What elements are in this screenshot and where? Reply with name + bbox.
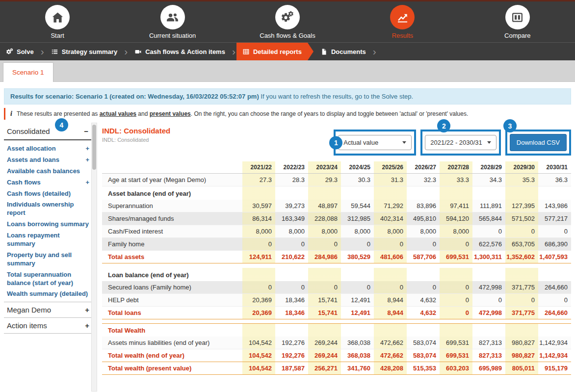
expand-icon[interactable]: + [85,156,89,164]
sidebar-item-wealth-summary-detailed[interactable]: Wealth summary (detailed) [4,288,91,300]
chevron-separator-icon: › [231,43,236,60]
nav-item-start[interactable]: Start [11,5,104,39]
sidebar-group-label: Megan Demo [7,306,51,314]
cell-2025-26: 428,208 [374,362,407,374]
nav-item-label: Current situation [149,32,196,39]
cell-2030-31: 1,142,934 [538,349,571,362]
sidebar-group-action-items[interactable]: Action items+ [4,317,91,334]
cell-2029-30: 571,502 [505,212,538,225]
report-sidebar: Consolidated − Asset allocation+Assets a… [4,123,91,334]
column-header-2024-25: 2024/25 [341,161,374,174]
cell-2026-27: 0 [407,238,440,251]
row-label: Total wealth (present value) [102,362,242,374]
sidebar-item-label: Loans repayment summary [7,232,89,248]
sidebar-item-total-superannuation-balance-start-of-year[interactable]: Total superannuation balance (start of y… [4,269,91,289]
crumb-solve[interactable]: Solve [0,43,40,60]
expand-icon[interactable]: + [85,321,89,330]
document-icon [320,48,328,55]
expand-icon[interactable]: + [85,179,89,187]
value-select[interactable]: Actual value [338,135,412,150]
cell-2028-29: 472,998 [472,281,505,294]
cell-2022-23 [275,268,308,281]
nav-item-current-situation[interactable]: Current situation [126,5,219,39]
cell-2026-27: 4,632 [407,306,440,319]
cell-2027-28 [440,323,472,337]
breadcrumb: Solve›Strategy summary›Cash flows & Acti… [0,42,575,60]
cell-2026-27: 515,353 [407,362,440,374]
cell-2025-26 [374,323,407,337]
expand-icon[interactable]: + [85,145,89,153]
annotation-circle-2: 2 [437,119,450,132]
sidebar-item-label: Assets and loans [7,156,59,164]
nav-item-compare[interactable]: Compare [471,5,564,39]
cell-2024-25: 341,760 [341,362,374,374]
row-label: Superannuation [102,200,242,212]
cell-2029-30: 371,775 [505,306,538,319]
sidebar-item-asset-allocation[interactable]: Asset allocation+ [4,143,91,155]
cell-2021-22 [242,268,275,281]
collapse-icon[interactable]: − [84,127,88,135]
sidebar-item-loans-borrowing-summary[interactable]: Loans borrowing summary [4,219,91,230]
sidebar-item-loans-repayment-summary[interactable]: Loans repayment summary [4,230,91,250]
spacer-cell [102,263,571,268]
cell-2029-30 [505,268,538,281]
row-label: HELP debt [102,293,242,306]
sidebar-item-label: Asset allocation [7,145,56,153]
cell-2029-30: 371,775 [505,281,538,294]
cell-2021-22: 20,369 [242,306,275,319]
main-body: Consolidated − Asset allocation+Assets a… [0,123,575,392]
cell-2023-24 [308,268,341,281]
chevron-separator-icon: › [40,43,45,60]
cell-2021-22 [242,186,275,200]
crumb-cash-flows-action-items[interactable]: Cash flows & Action items [129,43,231,60]
year-range-select[interactable]: 2021/22 - 2030/31 [425,135,497,150]
cell-2030-31 [538,323,571,337]
cell-2030-31: 264,660 [538,306,571,319]
nav-item-label: Results [392,32,413,39]
cell-2023-24: 29.3 [308,174,341,186]
sidebar-group-megan-demo[interactable]: Megan Demo+ [4,302,91,317]
annotation-circle-4: 4 [55,118,68,131]
crumb-detailed-reports[interactable]: Detailed reports [236,43,308,60]
sidebar-item-cash-flows-detailed[interactable]: Cash flows (detailed) [4,188,91,200]
expand-icon[interactable]: + [85,306,89,314]
columns-icon [505,5,530,29]
table-row-total-wealth-end-of-year: Total wealth (end of year)104,542192,276… [102,349,571,362]
nav-item-cash-flows-goals[interactable]: Cash flows & Goals [241,5,334,39]
scrollbar-thumb[interactable] [92,125,96,170]
cell-2029-30: 805,011 [505,362,538,374]
cell-2021-22: 104,542 [242,337,275,349]
cell-2027-28: 699,531 [440,337,472,349]
cell-2024-25: 0 [341,238,374,251]
cell-2026-27: 583,074 [407,349,440,362]
report-controls: 1 Actual value 2 2021/22 - 2030/31 [334,130,571,156]
title-block: INDL: Consolidated INDL: Consolidated [102,127,170,143]
cell-2022-23: 8,000 [275,225,308,238]
sidebar-header-consolidated[interactable]: Consolidated − [4,123,91,140]
tab-scenario-1[interactable]: Scenario 1 [3,62,53,82]
sidebar-group-label: Action items [7,321,47,330]
row-label: Asset balance (end of year) [102,186,242,200]
cell-2025-26: 0 [374,281,407,294]
download-csv-button[interactable]: Download CSV [510,134,567,151]
row-label: Cash/Fixed interest [102,225,242,238]
cell-2025-26 [374,268,407,281]
sidebar-item-available-cash-balances[interactable]: Available cash balances [4,166,91,177]
crumb-strategy-summary[interactable]: Strategy summary [45,43,123,60]
sidebar-item-label: Loans borrowing summary [7,220,89,229]
cell-2030-31 [538,268,571,281]
chart-icon [390,5,415,29]
table-row-assets-minus-liabilities-end-of-year: Assets minus liabilities (end of year)10… [102,337,571,349]
sidebar-item-cash-flows[interactable]: Cash flows+ [4,177,91,188]
sidebar-item-individuals-ownership-report[interactable]: Individuals ownership report [4,199,91,219]
sidebar-item-label: Property buy and sell summary [7,251,89,268]
cell-2022-23: 39,273 [275,200,308,212]
crumb-documents[interactable]: Documents [308,43,372,60]
grid-icon [242,48,250,55]
cell-2027-28: 97,411 [440,200,472,212]
sidebar-item-property-buy-and-sell-summary[interactable]: Property buy and sell summary [4,250,91,269]
sidebar-item-label: Individuals ownership report [7,201,89,217]
sidebar-scrollbar[interactable] [91,123,97,392]
sidebar-item-assets-and-loans[interactable]: Assets and loans+ [4,155,91,166]
nav-item-results[interactable]: Results [356,5,449,39]
